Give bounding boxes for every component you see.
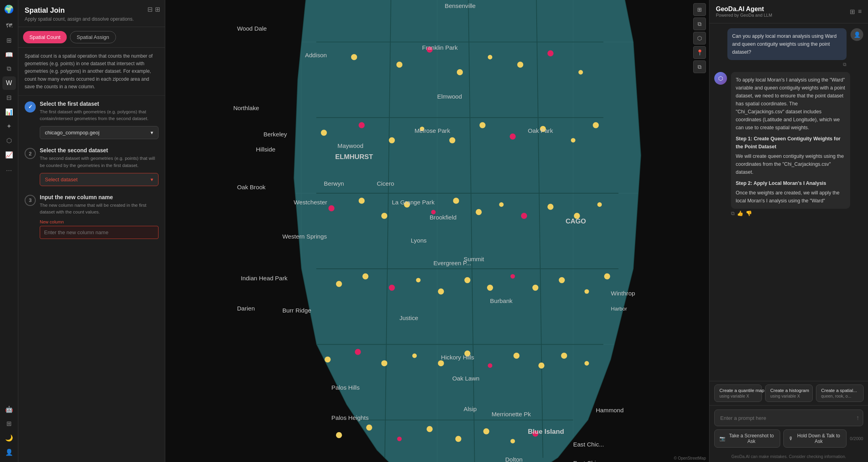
step-1-desc: The first dataset with geometries (e.g. … [40, 109, 159, 122]
chip-1[interactable]: Create a quantile map using variable X [714, 384, 762, 402]
svg-point-28 [457, 69, 463, 75]
chip-2-main: Create a histogram [770, 388, 808, 393]
step-1-dropdown-value: chicago_commpop.geoj [45, 130, 99, 136]
map-toolbar: ⊞ ⧉ ⬡ 📍 ⧉ [693, 3, 706, 73]
svg-text:Oak Lawn: Oak Lawn [452, 375, 479, 382]
ai-avatar: ⬡ [714, 72, 727, 85]
svg-point-80 [397, 437, 402, 441]
panel-title: Spatial Join [25, 6, 159, 15]
svg-point-65 [584, 289, 589, 293]
svg-text:Merrionette Pk: Merrionette Pk [491, 411, 531, 417]
svg-text:Lyons: Lyons [411, 237, 427, 244]
nav-icon-map[interactable]: 🗺 [2, 19, 16, 33]
chip-2-sub: using variable X [770, 394, 808, 398]
panel-icon-2[interactable]: ⊞ [155, 6, 160, 13]
nav-icon-more[interactable]: … [2, 162, 16, 176]
talk-button[interactable]: 🎙 Hold Down & Talk to Ask [783, 429, 847, 448]
map-tool-stack[interactable]: ⧉ [693, 60, 706, 73]
svg-point-66 [604, 273, 610, 279]
svg-point-73 [488, 363, 492, 368]
step-2-chevron-icon: ▾ [151, 177, 153, 182]
ai-header-icon-1[interactable]: ⊞ [850, 8, 855, 16]
step-3-content: Input the new column name The new column… [40, 194, 159, 239]
svg-text:Berkeley: Berkeley [263, 131, 287, 138]
step-1-chevron-icon: ▾ [151, 130, 153, 136]
step-1-dropdown[interactable]: chicago_commpop.geoj ▾ [40, 126, 159, 139]
nav-icon-regression[interactable]: 📈 [2, 148, 16, 161]
svg-point-54 [597, 202, 602, 207]
ai-para-2: We will create queen contiguity weights … [736, 152, 845, 176]
svg-text:Evergreen P...: Evergreen P... [433, 260, 471, 266]
svg-point-37 [449, 137, 455, 143]
nav-icon-table2[interactable]: ⊟ [2, 91, 16, 104]
ai-header-icon-2[interactable]: ≡ [858, 8, 862, 16]
svg-point-47 [431, 210, 435, 214]
svg-point-34 [359, 122, 365, 128]
ai-step-heading-1: Step 1: Create Queen Contiguity Weights … [736, 135, 845, 151]
map-tool-pin[interactable]: 📍 [693, 46, 706, 59]
nav-icon-spatial[interactable]: ⬡ [2, 134, 16, 147]
panel-icon-1[interactable]: ⊟ [147, 6, 153, 13]
svg-point-51 [521, 213, 527, 219]
svg-point-42 [593, 122, 599, 128]
svg-point-58 [416, 278, 420, 282]
svg-point-59 [438, 289, 444, 295]
chip-2[interactable]: Create a histogram using variable X [765, 384, 813, 402]
svg-text:Brookfield: Brookfield [429, 214, 456, 221]
tab-spatial-assign[interactable]: Spatial Assign [70, 31, 116, 43]
tab-spatial-count[interactable]: Spatial Count [23, 31, 67, 43]
copy-icon[interactable]: ⧉ [843, 62, 847, 67]
nav-icon-moon[interactable]: 🌙 [2, 431, 16, 445]
map-container[interactable]: Mount Prospect EVANSTON Golf Park Ridge … [165, 0, 709, 462]
new-col-label: New column [40, 219, 159, 224]
ai-step-heading-2: Step 2: Apply Local Moran's I Analysis [736, 179, 845, 187]
ai-footer: GeoDa.AI can make mistakes. Consider che… [709, 452, 868, 462]
svg-text:Hillside: Hillside [256, 146, 275, 153]
suggestion-chips: Create a quantile map using variable X C… [709, 381, 868, 405]
map-tool-layers[interactable]: ⧉ [693, 17, 706, 30]
panel-header: Spatial Join Apply spatial count, assign… [18, 0, 165, 27]
thumbdown-icon[interactable]: 👎 [746, 210, 752, 217]
svg-text:CAGO: CAGO [566, 217, 586, 225]
nav-icon-book[interactable]: 📖 [2, 48, 16, 61]
nav-icon-user[interactable]: 👤 [2, 445, 16, 459]
talk-btn-label: Hold Down & Talk to Ask [796, 433, 841, 444]
svg-text:Alsip: Alsip [464, 406, 477, 412]
send-button[interactable]: ↑ [856, 414, 859, 421]
svg-point-31 [547, 50, 553, 56]
nav-icon-ai[interactable]: 🤖 [2, 402, 16, 416]
svg-text:Western Springs: Western Springs [282, 233, 327, 240]
ai-panel-subtitle: Powered by GeoDa and LLM [716, 13, 772, 17]
svg-point-55 [336, 281, 342, 287]
map-svg: Mount Prospect EVANSTON Golf Park Ridge … [165, 0, 709, 462]
step-3-title: Input the new column name [40, 194, 159, 200]
user-message-text-1: Can you apply local moran analysis using… [732, 33, 837, 55]
svg-text:Berwyn: Berwyn [324, 180, 344, 187]
screenshot-button[interactable]: 📷 Take a Screenshot to Ask [714, 429, 780, 448]
nav-icon-active[interactable]: W [2, 76, 16, 90]
new-col-input[interactable] [40, 226, 159, 239]
chip-3[interactable]: Create a spatial... queen, rook, o... [816, 384, 864, 402]
nav-icon-chart[interactable]: 📊 [2, 105, 16, 118]
ai-prompt-input[interactable] [714, 410, 863, 426]
svg-point-62 [510, 274, 515, 278]
step-2-dropdown[interactable]: Select dataset ▾ [40, 173, 159, 186]
svg-point-83 [483, 428, 489, 434]
ai-panel: GeoDa.AI Agent Powered by GeoDa and LLM … [709, 0, 868, 462]
nav-icon-layers[interactable]: ⧉ [2, 62, 16, 76]
nav-icon-scatter[interactable]: ✦ [2, 119, 16, 133]
svg-text:Oak Brook: Oak Brook [237, 184, 266, 190]
svg-text:East Chic...: East Chic... [573, 460, 604, 462]
svg-point-56 [362, 273, 368, 279]
nav-icon-table[interactable]: ⊞ [2, 33, 16, 47]
tab-row: Spatial Count Spatial Assign [18, 27, 165, 48]
ai-messages[interactable]: 👤 Can you apply local moran analysis usi… [709, 23, 868, 381]
map-tool-table[interactable]: ⊞ [693, 3, 706, 16]
copy-message-icon[interactable]: ⧉ [731, 210, 735, 217]
user-bubble-1: Can you apply local moran analysis using… [727, 28, 847, 60]
nav-icon-grid[interactable]: ⊞ [2, 417, 16, 430]
map-tool-3d[interactable]: ⬡ [693, 32, 706, 45]
svg-point-57 [389, 285, 395, 291]
thumbup-icon[interactable]: 👍 [737, 210, 743, 217]
svg-point-49 [476, 209, 481, 215]
